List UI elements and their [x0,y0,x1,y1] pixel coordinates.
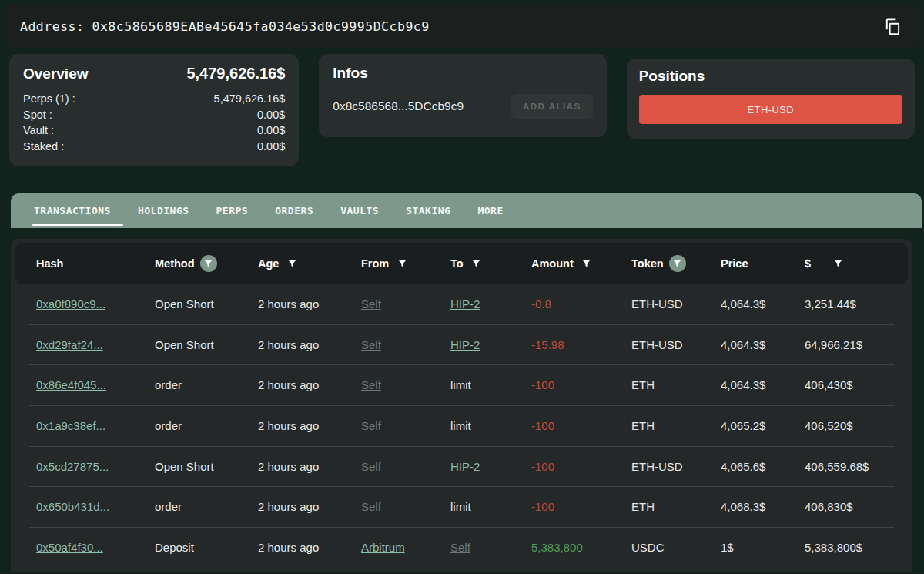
tx-hash-link[interactable]: 0x86e4f045... [36,378,155,391]
from-link[interactable]: Self [361,460,450,473]
tab-bar: TRANSACTIONSHOLDINGSPERPSORDERSVAULTSSTA… [11,193,922,228]
token-cell: ETH-USD [631,338,721,351]
column-label: From [361,257,389,270]
tab-holdings[interactable]: HOLDINGS [138,193,189,228]
to-link[interactable]: HIP-2 [450,338,531,351]
column-header-age: Age [258,256,361,271]
tab-perps[interactable]: PERPS [216,193,249,228]
from-link[interactable]: Self [361,338,450,351]
filter-icon[interactable] [200,255,217,272]
tx-hash-link[interactable]: 0x1a9c38ef... [36,419,155,432]
from-link[interactable]: Self [361,297,450,310]
to-link[interactable]: Self [450,541,531,554]
age-cell: 2 hours ago [258,419,361,432]
amount-cell: -100 [531,460,631,473]
summary-cards: Overview 5,479,626.16$ Perps (1) : 5,479… [9,54,915,166]
amount-cell: -100 [531,378,631,391]
to-link[interactable]: HIP-2 [450,297,531,310]
to-cell: limit [450,378,531,391]
filter-icon[interactable] [284,256,300,271]
from-link[interactable]: Arbitrum [361,541,450,554]
age-cell: 2 hours ago [258,297,361,310]
method-cell: order [155,500,258,513]
token-cell: ETH-USD [631,297,721,310]
from-link[interactable]: Self [361,378,450,391]
amount-cell: -0.8 [531,297,631,310]
age-cell: 2 hours ago [258,338,361,351]
method-cell: Open Short [155,297,258,310]
tx-hash-link[interactable]: 0xa0f890c9... [36,297,155,310]
overview-row-label: Spot : [23,107,52,123]
overview-row-label: Staked : [23,139,64,155]
table-body: 0xa0f890c9...Open Short2 hours agoSelfHI… [15,284,908,568]
short-address: 0x8c586568...5DCcb9c9 [333,99,464,113]
amount-cell: -15.98 [531,338,631,351]
tx-hash-link[interactable]: 0x650b431d... [36,500,155,513]
overview-row-label: Vault : [23,123,54,139]
token-cell: ETH-USD [631,460,721,473]
filter-icon[interactable] [394,256,410,271]
overview-total-value: 5,479,626.16$ [186,65,285,82]
address-bar: Address:0x8c5865689EABe45645fa034e53d0c9… [6,5,918,48]
tab-vaults[interactable]: VAULTS [340,193,379,228]
price-cell: 1$ [721,541,805,554]
infos-card: Infos 0x8c586568...5DCcb9c9 ADD ALIAS [319,54,606,137]
copy-address-button[interactable] [880,15,904,39]
tab-label: PERPS [216,205,249,217]
column-label: Price [721,257,748,270]
column-header-price: Price [721,257,805,270]
column-label: Age [258,257,279,270]
overview-card: Overview 5,479,626.16$ Perps (1) : 5,479… [9,54,299,166]
amount-cell: 5,383,800 [531,541,631,554]
filter-icon[interactable] [830,256,845,271]
column-label: To [450,257,464,270]
tab-more[interactable]: MORE [477,193,503,228]
tab-staking[interactable]: STAKING [406,193,450,228]
table-header-row: HashMethodAgeFromToAmountTokenPrice$ [15,243,908,284]
tab-label: ORDERS [275,205,313,217]
method-cell: Open Short [155,460,258,473]
column-label: $ [805,257,811,270]
token-cell: ETH [631,419,721,432]
tab-transactions[interactable]: TRANSACTIONS [34,193,111,228]
age-cell: 2 hours ago [258,541,361,554]
filter-icon[interactable] [579,256,594,271]
column-label: Hash [36,257,63,270]
column-header-hash: Hash [36,257,155,270]
amount-cell: -100 [531,500,631,513]
column-label: Token [631,257,664,270]
filter-icon[interactable] [469,256,484,271]
tab-orders[interactable]: ORDERS [275,193,313,228]
price-cell: 4,065.6$ [721,460,805,473]
price-cell: 4,065.2$ [721,419,805,432]
tx-hash-link[interactable]: 0xd29faf24... [36,338,155,351]
age-cell: 2 hours ago [258,378,361,391]
filter-icon[interactable] [669,255,686,272]
address-value: 0x8c5865689EABe45645fa034e53d0c9995DCcb9… [92,19,429,34]
column-header-from: From [361,256,450,271]
table-row: 0x86e4f045...order2 hours agoSelflimit-1… [15,364,908,405]
position-eth-usd-button[interactable]: ETH-USD [639,95,902,124]
method-cell: order [155,378,258,391]
overview-row-spot: Spot : 0.00$ [23,107,285,123]
token-cell: ETH [631,378,721,391]
from-link[interactable]: Self [361,500,450,513]
table-row: 0x650b431d...order2 hours agoSelflimit-1… [15,486,908,527]
to-cell: limit [450,419,531,432]
overview-row-value: 0.00$ [257,107,285,123]
overview-row-label: Perps (1) : [23,91,75,107]
tab-label: MORE [477,205,503,217]
overview-row-value: 5,479,626.16$ [214,91,286,107]
to-link[interactable]: HIP-2 [450,460,531,473]
from-link[interactable]: Self [361,419,450,432]
token-cell: ETH [631,500,721,513]
method-cell: Deposit [155,541,258,554]
tx-hash-link[interactable]: 0x5cd27875... [36,460,155,473]
to-cell: limit [450,500,531,513]
tx-hash-link[interactable]: 0x50af4f30... [36,541,155,554]
address-text: Address:0x8c5865689EABe45645fa034e53d0c9… [20,19,430,34]
overview-row-perps: Perps (1) : 5,479,626.16$ [23,91,285,107]
table-row: 0x5cd27875...Open Short2 hours agoSelfHI… [15,446,908,487]
add-alias-button[interactable]: ADD ALIAS [511,94,593,119]
overview-title: Overview [23,65,89,82]
